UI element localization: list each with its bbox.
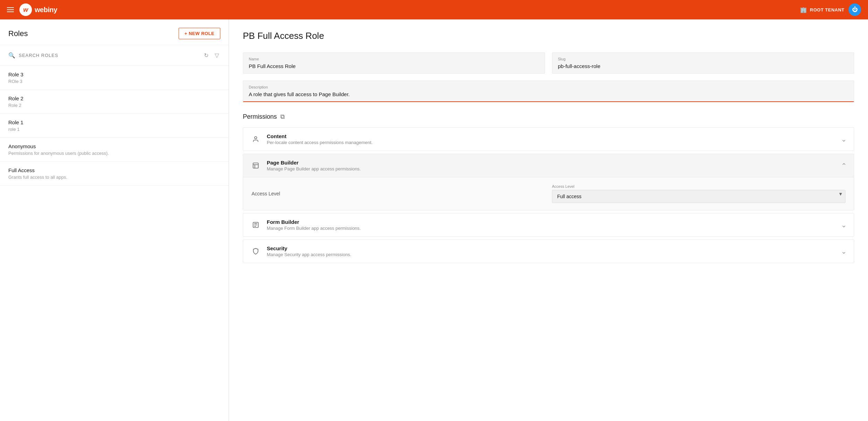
name-label: Name xyxy=(249,57,539,61)
logo: w webiny xyxy=(19,3,57,16)
role-list-item[interactable]: Role 2 Role 2 xyxy=(0,90,229,114)
roles-list: Role 3 ROle 3 Role 2 Role 2 Role 1 role … xyxy=(0,66,229,421)
topnav: w webiny 🏢 ROOT TENANT ⏻ xyxy=(0,0,868,19)
description-label: Description xyxy=(249,85,848,89)
filter-button[interactable]: ▽ xyxy=(213,51,220,60)
tenant-info[interactable]: 🏢 ROOT TENANT xyxy=(800,7,844,13)
role-slug: role 1 xyxy=(8,127,220,132)
permission-info-page-builder: Page Builder Manage Page Builder app acc… xyxy=(267,160,841,171)
role-name: Anonymous xyxy=(8,143,220,149)
permission-desc-content: Per-locale content access permissions ma… xyxy=(267,140,841,145)
search-bar: 🔍 ↻ ▽ xyxy=(0,45,229,66)
chevron-form-builder-icon: ⌄ xyxy=(841,221,847,229)
chevron-content-icon: ⌄ xyxy=(841,135,847,143)
permission-name-security: Security xyxy=(267,245,841,251)
permission-info-content: Content Per-locale content access permis… xyxy=(267,133,841,145)
search-input[interactable] xyxy=(19,53,199,58)
permission-name-content: Content xyxy=(267,133,841,139)
copy-permissions-button[interactable]: ⧉ xyxy=(280,113,285,120)
role-name: Full Access xyxy=(8,167,220,173)
role-slug: Role 2 xyxy=(8,103,220,108)
tenant-name: ROOT TENANT xyxy=(810,7,844,12)
detail-panel: PB Full Access Role Name PB Full Access … xyxy=(229,19,868,421)
permission-icon-content xyxy=(250,134,261,145)
permission-header-form-builder[interactable]: Form Builder Manage Form Builder app acc… xyxy=(243,213,854,236)
permissions-header: Permissions ⧉ xyxy=(243,113,854,120)
permission-icon-page-builder xyxy=(250,160,261,171)
slug-value: pb-full-access-role xyxy=(558,63,848,69)
roles-panel: Roles + NEW ROLE 🔍 ↻ ▽ Role 3 ROle 3 Rol… xyxy=(0,19,229,421)
permission-header-content[interactable]: Content Per-locale content access permis… xyxy=(243,128,854,151)
search-icon: 🔍 xyxy=(8,52,15,59)
name-slug-row: Name PB Full Access Role Slug pb-full-ac… xyxy=(243,52,854,74)
permission-item-form-builder: Form Builder Manage Form Builder app acc… xyxy=(243,213,854,237)
permission-expanded-page-builder: Access Level Access Level No accessFull … xyxy=(243,177,854,210)
permission-icon-form-builder xyxy=(250,219,261,230)
permission-desc-page-builder: Manage Page Builder app access permissio… xyxy=(267,166,841,171)
permissions-title: Permissions xyxy=(243,113,277,120)
permission-item-security: Security Manage Security app access perm… xyxy=(243,239,854,263)
role-name: Role 3 xyxy=(8,71,220,77)
user-avatar-button[interactable]: ⏻ xyxy=(849,3,861,16)
description-value: A role that gives full access to Page Bu… xyxy=(249,91,848,97)
access-level-row: Access Level Access Level No accessFull … xyxy=(252,184,845,203)
role-list-item[interactable]: Anonymous Permissions for anonymous user… xyxy=(0,138,229,162)
name-field: Name PB Full Access Role xyxy=(243,52,545,74)
role-name: Role 1 xyxy=(8,119,220,125)
svg-point-0 xyxy=(255,137,257,139)
role-slug: ROle 3 xyxy=(8,79,220,84)
search-actions: ↻ ▽ xyxy=(203,51,220,60)
access-level-label: Access Level xyxy=(252,191,545,196)
slug-label: Slug xyxy=(558,57,848,61)
role-list-item[interactable]: Role 3 ROle 3 xyxy=(0,66,229,90)
detail-title: PB Full Access Role xyxy=(243,31,854,41)
permission-header-page-builder[interactable]: Page Builder Manage Page Builder app acc… xyxy=(243,154,854,177)
access-level-select-wrap: Access Level No accessFull accessCustom … xyxy=(552,184,845,203)
chevron-security-icon: ⌄ xyxy=(841,247,847,255)
permission-name-form-builder: Form Builder xyxy=(267,219,841,225)
role-name: Role 2 xyxy=(8,95,220,101)
permission-info-form-builder: Form Builder Manage Form Builder app acc… xyxy=(267,219,841,231)
main-layout: Roles + NEW ROLE 🔍 ↻ ▽ Role 3 ROle 3 Rol… xyxy=(0,19,868,421)
logo-letter: w xyxy=(23,6,28,14)
roles-header: Roles + NEW ROLE xyxy=(0,19,229,45)
tenant-icon: 🏢 xyxy=(800,7,807,13)
permission-item-page-builder: Page Builder Manage Page Builder app acc… xyxy=(243,154,854,210)
select-label-text: Access Level xyxy=(552,184,845,188)
logo-name: webiny xyxy=(35,6,57,14)
hamburger-button[interactable] xyxy=(7,7,14,12)
svg-rect-1 xyxy=(253,163,258,168)
role-slug: Grants full access to all apps. xyxy=(8,175,220,180)
slug-field: Slug pb-full-access-role xyxy=(552,52,854,74)
permissions-list: Content Per-locale content access permis… xyxy=(243,127,854,263)
role-list-item[interactable]: Full Access Grants full access to all ap… xyxy=(0,162,229,186)
permission-desc-security: Manage Security app access permissions. xyxy=(267,252,841,257)
role-list-item[interactable]: Role 1 role 1 xyxy=(0,114,229,138)
permission-icon-security xyxy=(250,246,261,257)
permission-desc-form-builder: Manage Form Builder app access permissio… xyxy=(267,226,841,231)
chevron-page-builder-icon: ⌄ xyxy=(841,161,847,170)
new-role-button[interactable]: + NEW ROLE xyxy=(179,28,220,39)
access-level-select[interactable]: No accessFull accessCustom xyxy=(552,190,845,203)
role-slug: Permissions for anonymous users (public … xyxy=(8,151,220,156)
permission-name-page-builder: Page Builder xyxy=(267,160,841,166)
description-field: Description A role that gives full acces… xyxy=(243,81,854,102)
power-icon: ⏻ xyxy=(852,7,858,13)
permission-info-security: Security Manage Security app access perm… xyxy=(267,245,841,257)
permission-item-content: Content Per-locale content access permis… xyxy=(243,127,854,151)
refresh-button[interactable]: ↻ xyxy=(203,51,210,60)
name-value: PB Full Access Role xyxy=(249,63,539,69)
permission-header-security[interactable]: Security Manage Security app access perm… xyxy=(243,240,854,263)
roles-title: Roles xyxy=(8,29,28,38)
logo-circle: w xyxy=(19,3,32,16)
